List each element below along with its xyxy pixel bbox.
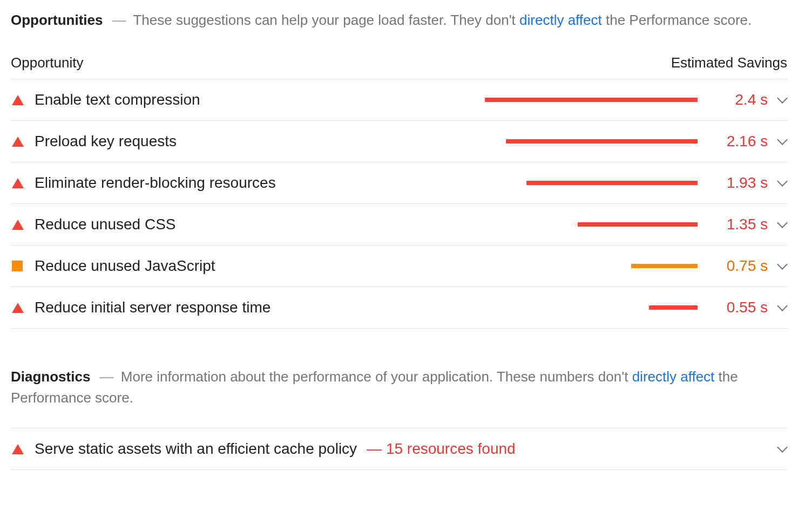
dash: — — [100, 369, 114, 385]
col-savings: Estimated Savings — [671, 54, 787, 71]
chevron-down-icon[interactable] — [768, 222, 787, 227]
savings-value: 2.4 s — [708, 91, 768, 108]
savings-bar-track — [485, 264, 698, 268]
triangle-fail-icon — [11, 137, 35, 147]
diagnostic-label: Serve static assets with an efficient ca… — [35, 440, 357, 458]
opportunities-desc-before: These suggestions can help your page loa… — [133, 12, 519, 28]
chevron-down-icon[interactable] — [768, 264, 787, 268]
triangle-fail-icon — [11, 303, 35, 313]
savings-bar — [578, 222, 698, 227]
square-warn-icon — [11, 261, 35, 271]
chevron-down-icon[interactable] — [768, 305, 787, 310]
diagnostics-desc-before: More information about the performance o… — [121, 369, 632, 385]
savings-value: 2.16 s — [708, 133, 768, 150]
opportunity-label: Reduce unused JavaScript — [35, 257, 215, 275]
savings-bar-track — [485, 222, 698, 227]
opportunities-header: Opportunities — These suggestions can he… — [11, 10, 787, 31]
col-opportunity: Opportunity — [11, 54, 83, 71]
savings-bar-track — [485, 181, 698, 185]
chevron-down-icon[interactable] — [768, 98, 787, 102]
savings-value: 0.75 s — [708, 257, 768, 275]
savings-value: 1.93 s — [708, 174, 768, 192]
opportunity-row[interactable]: Preload key requests2.16 s — [11, 121, 787, 162]
diagnostics-title: Diagnostics — [11, 369, 90, 385]
diagnostic-extra: — 15 resources found — [367, 440, 516, 458]
diagnostic-row[interactable]: Serve static assets with an efficient ca… — [11, 428, 787, 470]
diagnostics-rows: Serve static assets with an efficient ca… — [11, 428, 787, 470]
triangle-fail-icon — [11, 444, 35, 454]
chevron-down-icon[interactable] — [768, 181, 787, 185]
opportunities-table-head: Opportunity Estimated Savings — [11, 50, 787, 79]
diagnostics-desc-link[interactable]: directly affect — [632, 369, 715, 385]
opportunities-desc-link[interactable]: directly affect — [519, 12, 602, 28]
savings-bar — [526, 181, 698, 185]
opportunity-row[interactable]: Enable text compression2.4 s — [11, 79, 787, 121]
savings-bar — [485, 98, 698, 102]
savings-value: 0.55 s — [708, 299, 768, 316]
chevron-down-icon[interactable] — [768, 447, 787, 451]
triangle-fail-icon — [11, 178, 35, 188]
savings-bar — [506, 139, 698, 144]
opportunity-label: Preload key requests — [35, 133, 177, 150]
opportunities-title: Opportunities — [11, 12, 103, 28]
opportunity-row[interactable]: Reduce unused JavaScript0.75 s — [11, 245, 787, 287]
savings-bar-track — [485, 305, 698, 310]
chevron-down-icon[interactable] — [768, 139, 787, 144]
opportunities-desc-after: the Performance score. — [606, 12, 752, 28]
savings-bar-track — [485, 139, 698, 144]
opportunity-label: Enable text compression — [35, 91, 200, 108]
triangle-fail-icon — [11, 95, 35, 105]
opportunity-row[interactable]: Eliminate render-blocking resources1.93 … — [11, 162, 787, 204]
opportunity-row[interactable]: Reduce unused CSS1.35 s — [11, 204, 787, 245]
opportunity-label: Reduce unused CSS — [35, 216, 176, 233]
savings-bar — [649, 305, 698, 310]
opportunity-label: Reduce initial server response time — [35, 299, 270, 316]
dash: — — [112, 12, 126, 28]
savings-bar-track — [485, 98, 698, 102]
savings-value: 1.35 s — [708, 216, 768, 233]
diagnostics-header: Diagnostics — More information about the… — [11, 366, 787, 408]
savings-bar — [631, 264, 698, 268]
opportunity-row[interactable]: Reduce initial server response time0.55 … — [11, 287, 787, 329]
opportunities-rows: Enable text compression2.4 sPreload key … — [11, 79, 787, 329]
triangle-fail-icon — [11, 220, 35, 230]
opportunity-label: Eliminate render-blocking resources — [35, 174, 276, 192]
